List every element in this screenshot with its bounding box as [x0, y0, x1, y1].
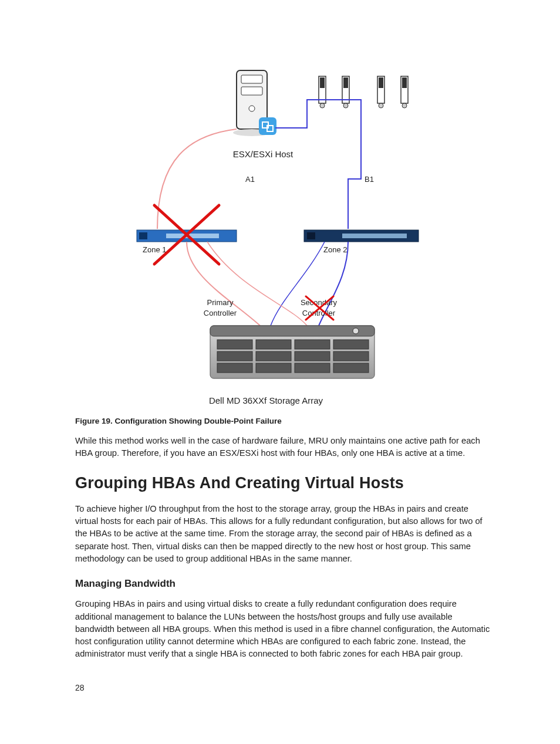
main-paragraph: To achieve higher I/O throughput from th… [75, 503, 492, 566]
array-label: Dell MD 36XXf Storage Array [209, 395, 323, 405]
svg-point-3 [249, 106, 255, 111]
svg-point-16 [379, 103, 383, 108]
svg-rect-31 [210, 326, 375, 336]
storage-array-icon [210, 326, 375, 378]
svg-rect-15 [379, 77, 383, 88]
vmware-badge-icon [259, 117, 276, 135]
zone2-switch-icon [304, 230, 419, 242]
figure-19: ESX/ESXi Host A1 B1 Zone 1 Zone 2 [75, 65, 492, 425]
svg-rect-41 [256, 363, 291, 373]
section-heading-grouping-hbas: Grouping HBAs And Creating Virtual Hosts [75, 474, 492, 492]
svg-rect-12 [343, 77, 348, 88]
secondary-controller-label-2: Controller [302, 309, 336, 317]
svg-rect-24 [307, 232, 315, 239]
svg-rect-21 [139, 232, 147, 239]
path-b1-line [275, 100, 361, 229]
subsection-heading-bandwidth: Managing Bandwidth [75, 578, 492, 590]
primary-controller-label-2: Controller [204, 309, 237, 317]
hba-cards-icon [319, 76, 408, 108]
svg-rect-18 [402, 77, 407, 88]
svg-rect-43 [333, 363, 369, 373]
figure-caption: Figure 19. Configuration Showing Double-… [75, 417, 492, 425]
svg-rect-33 [256, 340, 291, 349]
svg-rect-9 [320, 77, 325, 88]
host-label: ESX/ESXi Host [233, 149, 294, 159]
svg-rect-37 [256, 351, 291, 361]
svg-rect-42 [295, 363, 330, 373]
primary-controller-label-1: Primary [207, 298, 234, 307]
svg-rect-40 [217, 363, 252, 373]
page-number: 28 [75, 683, 492, 692]
svg-rect-39 [333, 351, 369, 361]
secondary-controller-label-1: Secondary [301, 298, 338, 307]
zone1-label: Zone 1 [143, 245, 166, 254]
intro-paragraph: While this method works well in the case… [75, 435, 492, 460]
svg-rect-25 [342, 234, 407, 238]
svg-point-13 [343, 103, 348, 108]
svg-rect-38 [295, 351, 330, 361]
page-content: ESX/ESXi Host A1 B1 Zone 1 Zone 2 [0, 0, 560, 728]
svg-rect-34 [295, 340, 330, 349]
zone2-label: Zone 2 [323, 245, 347, 254]
svg-rect-36 [217, 351, 252, 361]
path-b1-label: B1 [365, 175, 374, 184]
svg-rect-1 [241, 75, 262, 83]
svg-point-10 [320, 103, 325, 108]
svg-rect-32 [217, 340, 252, 349]
path-a1-line [157, 129, 237, 229]
svg-rect-2 [241, 87, 262, 95]
network-diagram: ESX/ESXi Host A1 B1 Zone 1 Zone 2 [131, 65, 436, 411]
svg-rect-22 [166, 234, 219, 238]
svg-point-44 [353, 328, 359, 334]
path-a1-label: A1 [245, 175, 255, 184]
svg-rect-35 [333, 340, 369, 349]
bandwidth-paragraph: Grouping HBAs in pairs and using virtual… [75, 598, 492, 661]
svg-point-19 [402, 103, 407, 108]
